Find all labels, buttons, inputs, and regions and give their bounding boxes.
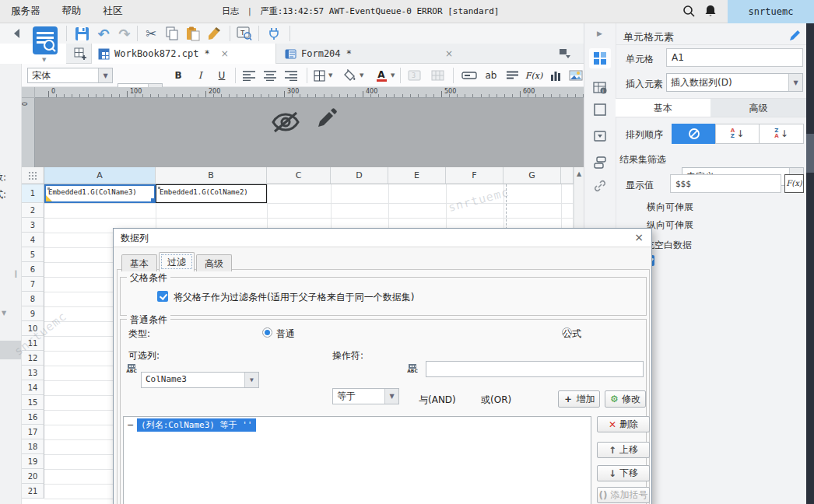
column-header-B[interactable]: B	[156, 167, 267, 184]
merge-cells-icon[interactable]: 3	[405, 67, 423, 84]
row-header-5[interactable]: 5	[22, 247, 44, 262]
chart-icon[interactable]	[547, 67, 564, 84]
fill-color-icon[interactable]	[342, 67, 358, 84]
row-header-15[interactable]: 15	[22, 395, 44, 410]
new-template-icon[interactable]	[74, 47, 86, 62]
column-header-D[interactable]: D	[331, 167, 388, 184]
widget-settings-tab-icon[interactable]	[593, 103, 607, 119]
user-account-chip[interactable]: snrtuemc	[728, 0, 814, 23]
undo-button[interactable]: ↶	[94, 24, 113, 43]
add-condition-button[interactable]: ＋ 增加	[558, 390, 600, 408]
font-family-select[interactable]: 宋体▼	[27, 68, 113, 83]
side-button-0[interactable]: ✕删除	[597, 416, 650, 432]
cell-ref-input[interactable]: A1	[666, 48, 803, 67]
menu-item-2[interactable]: 社区	[93, 0, 134, 23]
tab-close-icon[interactable]: ×	[221, 48, 229, 59]
align-right-icon[interactable]	[282, 67, 300, 84]
align-center-icon[interactable]	[261, 67, 279, 84]
font-color-icon[interactable]: A	[374, 67, 389, 84]
paste-icon[interactable]	[184, 24, 202, 43]
type-normal-radio[interactable]	[262, 327, 272, 338]
side-button-3[interactable]: ()添加括号	[597, 487, 650, 503]
menu-item-1[interactable]: 帮助	[51, 0, 93, 23]
edit-cell-pencil-icon[interactable]	[788, 30, 801, 44]
underline-button[interactable]: U	[213, 67, 230, 84]
row-header-7[interactable]: 7	[22, 277, 44, 292]
row-header-16[interactable]: 16	[22, 410, 44, 425]
row-header-17[interactable]: 17	[22, 425, 44, 439]
font-color-caret-icon[interactable]: ▼	[391, 72, 395, 79]
side-button-1[interactable]: ↑上移	[597, 442, 650, 458]
tab-close-icon[interactable]: ×	[445, 48, 453, 59]
collapse-down-icon[interactable]: ▼	[2, 310, 6, 317]
search-icon[interactable]	[682, 4, 696, 20]
tab-workbook872[interactable]: WorkBook872.cpt * ×	[91, 44, 276, 64]
column-header-G[interactable]: G	[503, 167, 561, 184]
save-button[interactable]	[72, 24, 91, 43]
row-header-20[interactable]: 20	[22, 469, 44, 484]
unmerge-cells-icon[interactable]	[428, 67, 447, 84]
column-type-icon[interactable]: ABC	[123, 360, 140, 377]
text-widget-icon[interactable]	[459, 67, 479, 84]
menu-item-0[interactable]: 服务器	[0, 0, 51, 23]
sort-descending-button[interactable]: ZA ↓	[759, 124, 804, 144]
row-header-21[interactable]: 21	[22, 484, 44, 499]
template-list-icon[interactable]	[31, 26, 59, 59]
image-icon[interactable]	[567, 67, 585, 84]
bell-icon[interactable]	[703, 4, 718, 20]
panel-right-scrollbar[interactable]	[806, 23, 814, 504]
tab-basic[interactable]: 基本	[616, 98, 710, 117]
cut-icon[interactable]: ✂	[142, 24, 160, 43]
row-header-18[interactable]: 18	[22, 439, 44, 454]
display-formula-button[interactable]: F(x)	[784, 174, 804, 193]
collapse-right-icon[interactable]: ▶	[597, 30, 602, 37]
copy-icon[interactable]	[163, 24, 181, 43]
collapse-left-icon[interactable]	[13, 29, 20, 40]
rich-text-icon[interactable]: ab	[482, 67, 500, 84]
dialog-title[interactable]: 数据列	[114, 229, 651, 247]
row-header-4[interactable]: 4	[22, 233, 44, 247]
border-caret-icon[interactable]: ▼	[328, 72, 332, 79]
bold-button[interactable]: B	[170, 67, 187, 84]
dialog-tab-2[interactable]: 高级	[196, 254, 232, 271]
border-icon[interactable]	[311, 67, 327, 84]
splitter-handle[interactable]: ║	[14, 271, 18, 278]
column-header-E[interactable]: E	[388, 167, 446, 184]
row-header-2[interactable]: 2	[22, 203, 44, 218]
tree-collapse-icon[interactable]: −	[127, 420, 134, 430]
row-header-1[interactable]: 1	[22, 184, 44, 203]
sort-ascending-button[interactable]: AZ ↓	[715, 124, 760, 144]
tab-form204[interactable]: Form204 * ×	[279, 44, 467, 64]
modify-condition-button[interactable]: ⚙ 修改	[605, 390, 646, 408]
dialog-close-icon[interactable]: ×	[634, 231, 644, 243]
cell-B1[interactable]: Embedded1.G(ColName2)	[156, 184, 267, 203]
parent-filter-checkbox[interactable]	[157, 291, 168, 302]
cell-element-tab-icon[interactable]	[593, 51, 607, 68]
log-label[interactable]: 日志	[222, 6, 239, 16]
dialog-tab-0[interactable]: 基本	[121, 254, 157, 271]
column-header-F[interactable]: F	[446, 167, 503, 184]
sort-none-button[interactable]	[672, 124, 716, 144]
operator-select[interactable]: 等于▼	[332, 388, 399, 404]
cell-A1[interactable]: Embedded1.G(ColName3)	[44, 184, 156, 203]
column-select[interactable]: ColName3▼	[141, 372, 259, 388]
column-header-A[interactable]: A	[44, 167, 156, 184]
text-search-icon[interactable]: T	[235, 24, 254, 43]
redo-button[interactable]: ↷	[115, 24, 134, 43]
row-header-6[interactable]: 6	[22, 262, 44, 277]
design-canvas[interactable]	[35, 98, 584, 167]
plugin-icon[interactable]	[265, 24, 283, 43]
condition-list-item[interactable]: − (列名:ColName3) 等于 ''	[124, 417, 591, 432]
condition-list[interactable]: − (列名:ColName3) 等于 ''	[123, 416, 591, 504]
align-left-icon[interactable]	[240, 67, 258, 84]
selection-handle[interactable]	[151, 198, 155, 202]
display-value-input[interactable]: $$$	[670, 174, 781, 193]
tab-advanced[interactable]: 高级	[710, 98, 806, 117]
cell-attributes-tab-icon[interactable]: i	[593, 81, 607, 97]
fill-caret-icon[interactable]: ▼	[360, 72, 363, 79]
row-header-9[interactable]: 9	[22, 306, 44, 321]
column-header-partial[interactable]	[561, 167, 574, 184]
scrollbar-thumb[interactable]	[806, 134, 814, 173]
row-header-13[interactable]: 13	[22, 366, 44, 380]
dialog-tab-1[interactable]: 过滤	[159, 252, 195, 271]
